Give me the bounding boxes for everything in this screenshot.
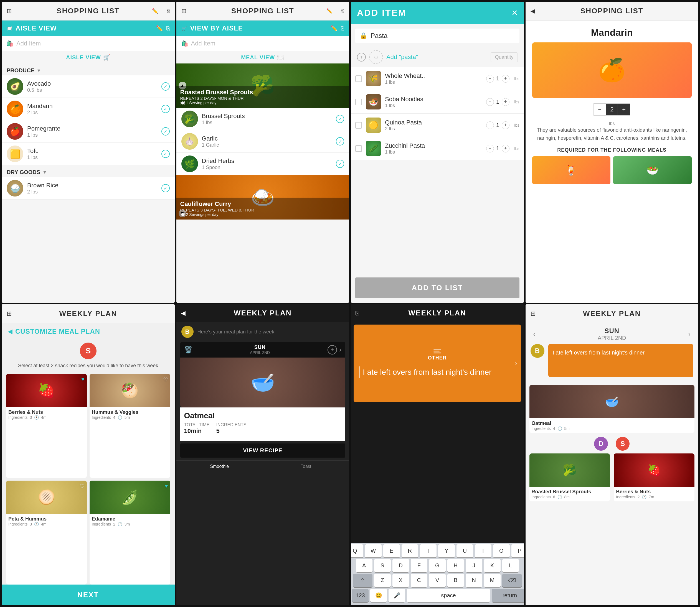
produce-arrow[interactable]: ▼ <box>37 68 41 73</box>
brussel-check[interactable]: ✓ <box>336 115 344 123</box>
tab-toast[interactable]: Toast <box>263 461 349 472</box>
zucchini-checkbox[interactable] <box>355 145 362 152</box>
berries-heart[interactable]: ♥ <box>81 376 85 382</box>
key-p[interactable]: P <box>512 544 524 558</box>
key-r[interactable]: R <box>402 544 418 558</box>
view-by-aisle-bar[interactable]: 🛒 VIEW BY AISLE ✏️ ⎘ <box>176 21 349 36</box>
snack-card[interactable]: 🫓 ♡ Peta & Hummus Ingredients 3 🕐4m <box>6 481 87 585</box>
wheat-plus[interactable]: + <box>502 75 509 83</box>
prev-day-btn[interactable]: ‹ <box>533 330 536 338</box>
edamame-heart[interactable]: ♥ <box>165 483 168 489</box>
soba-checkbox[interactable] <box>355 99 362 105</box>
key-x[interactable]: X <box>393 574 409 587</box>
key-backspace[interactable]: ⌫ <box>502 574 522 587</box>
wheat-minus[interactable]: − <box>486 75 494 83</box>
orange-nav-arrow[interactable]: › <box>515 359 517 367</box>
key-i[interactable]: I <box>475 544 492 558</box>
search-bar[interactable]: 🔒 <box>355 28 519 43</box>
search-input[interactable] <box>371 32 515 40</box>
tofu-check[interactable]: ✓ <box>161 150 170 158</box>
soba-minus[interactable]: − <box>486 98 494 106</box>
avocado-check[interactable]: ✓ <box>161 82 170 91</box>
key-c[interactable]: C <box>411 574 427 587</box>
quinoa-plus[interactable]: + <box>502 121 509 129</box>
soba-plus[interactable]: + <box>502 98 509 106</box>
qty-plus[interactable]: + <box>618 103 630 116</box>
key-n[interactable]: N <box>466 574 482 587</box>
meal-thumb-1[interactable]: 🍹 <box>532 156 611 184</box>
share-meal-icon[interactable]: ⎘ <box>166 25 170 32</box>
view-recipe-button[interactable]: VIEW RECIPE <box>180 443 345 458</box>
key-o[interactable]: O <box>493 544 510 558</box>
next-button[interactable]: NEXT <box>2 585 175 605</box>
key-f[interactable]: F <box>411 559 427 572</box>
key-e[interactable]: E <box>383 544 400 558</box>
zucchini-minus[interactable]: − <box>486 145 494 152</box>
oatmeal-card[interactable]: 🥣 Oatmeal Ingredients 4 🕐5m <box>529 385 695 433</box>
zucchini-plus[interactable]: + <box>502 145 509 152</box>
trash-button[interactable]: 🗑️ <box>184 346 193 354</box>
dry-goods-arrow[interactable]: ▼ <box>42 170 47 175</box>
quantity-box[interactable]: Quantity <box>491 53 518 62</box>
pomegranate-check[interactable]: ✓ <box>161 127 170 135</box>
edit-meal-icon[interactable]: ✏️ <box>156 25 163 32</box>
share-icon[interactable]: ⎘ <box>167 8 170 14</box>
key-k[interactable]: K <box>484 559 501 572</box>
key-mic[interactable]: 🎤 <box>388 589 405 602</box>
grid-icon[interactable]: ⊞ <box>7 7 12 15</box>
key-j[interactable]: J <box>466 559 482 572</box>
edit-aisle-icon[interactable]: ✏️ <box>331 25 338 32</box>
edit-icon[interactable]: ✏️ <box>152 8 158 14</box>
garlic-check[interactable]: ✓ <box>336 137 344 146</box>
brussel-meal-card[interactable]: 🥦 ▲ Roasted Brussel Sprouts REPEATS 2 DA… <box>176 63 349 108</box>
close-button[interactable]: ✕ <box>512 8 518 18</box>
hummus-heart[interactable]: ♡ <box>163 376 168 383</box>
panel6-back[interactable]: ◀ <box>181 310 185 317</box>
grid-icon2[interactable]: ⊞ <box>181 7 186 15</box>
key-h[interactable]: H <box>447 559 464 572</box>
key-w[interactable]: W <box>365 544 382 558</box>
key-u[interactable]: U <box>457 544 473 558</box>
key-g[interactable]: G <box>429 559 446 572</box>
rice-check[interactable]: ✓ <box>161 184 170 192</box>
pita-heart[interactable]: ♡ <box>80 483 85 489</box>
next-day-btn8[interactable]: › <box>688 330 691 338</box>
brussel-card[interactable]: 🥦 Roasted Brussel Sprouts Ingredients 6 … <box>529 454 610 501</box>
quinoa-minus[interactable]: − <box>486 121 494 129</box>
back-icon[interactable]: ◀ <box>531 7 535 15</box>
add-item-bar2[interactable]: 🛍️ Add Item <box>176 36 349 51</box>
key-d[interactable]: D <box>393 559 409 572</box>
key-emoji[interactable]: 😊 <box>370 589 387 602</box>
key-v[interactable]: V <box>429 574 446 587</box>
view-by-meal-bar[interactable]: 🍽️ AISLE VIEW ✏️ ⎘ <box>2 21 175 36</box>
key-b[interactable]: B <box>447 574 464 587</box>
share-aisle-icon[interactable]: ⎘ <box>341 25 344 32</box>
share-icon-p7[interactable]: ⎘ <box>355 310 359 317</box>
key-z[interactable]: Z <box>374 574 391 587</box>
key-123[interactable]: 123 <box>352 589 368 602</box>
key-m[interactable]: M <box>484 574 501 587</box>
grid-icon8[interactable]: ⊞ <box>531 310 536 317</box>
edit-icon2[interactable]: ✏️ <box>326 8 333 14</box>
cauliflower-meal-card[interactable]: 🍛 ▼ Cauliflower Curry REPEATS 3 DAYS- TU… <box>176 175 349 219</box>
share-icon2[interactable]: ⎘ <box>341 8 344 14</box>
key-space[interactable]: space <box>407 589 490 602</box>
key-s[interactable]: S <box>374 559 391 572</box>
key-return[interactable]: return <box>492 589 524 602</box>
key-shift[interactable]: ⇧ <box>353 574 373 587</box>
key-l[interactable]: L <box>502 559 519 572</box>
add-item-bar[interactable]: 🛍️ Add Item <box>2 36 175 51</box>
key-a[interactable]: A <box>356 559 373 572</box>
snack-card[interactable]: 🥙 ♡ Hummus & Veggies Ingredients 4 🕐5m <box>89 374 170 478</box>
berries-card[interactable]: 🍓 Berries & Nuts Ingredients 2 🕐7m <box>614 454 695 501</box>
grid-icon5[interactable]: ⊞ <box>7 310 12 317</box>
customize-back[interactable]: ◀ <box>8 328 13 335</box>
snack-card[interactable]: 🫛 ♥ Edamame Ingredients 2 🕐3m <box>89 481 170 585</box>
key-q[interactable]: Q <box>351 544 363 558</box>
add-meal-button[interactable]: + <box>327 345 337 355</box>
key-t[interactable]: T <box>420 544 437 558</box>
key-y[interactable]: Y <box>438 544 455 558</box>
add-to-list-button[interactable]: ADD TO LIST <box>355 277 519 298</box>
quinoa-checkbox[interactable] <box>355 122 362 129</box>
next-day-btn[interactable]: › <box>339 346 341 354</box>
